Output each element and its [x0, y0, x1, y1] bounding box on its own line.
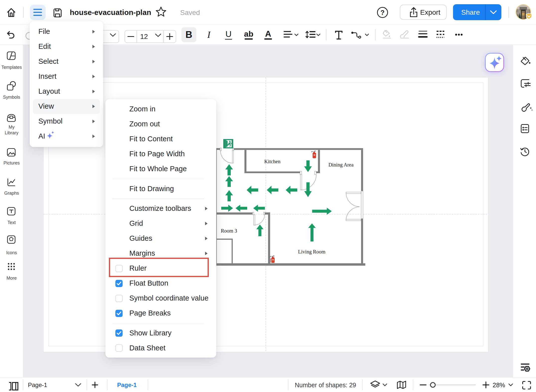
- svg-text:Living Room: Living Room: [298, 249, 325, 255]
- svg-text:A: A: [265, 29, 271, 38]
- svg-text:?: ?: [381, 9, 385, 16]
- svg-text:Kitchen: Kitchen: [264, 159, 281, 164]
- svg-text:Dining Area: Dining Area: [328, 162, 354, 168]
- svg-text:Room 3: Room 3: [221, 228, 237, 234]
- svg-text:B: B: [185, 29, 192, 40]
- svg-text:U: U: [226, 29, 232, 39]
- svg-text:12: 12: [140, 33, 148, 40]
- svg-text:ab: ab: [244, 29, 253, 38]
- svg-text:I: I: [207, 29, 211, 40]
